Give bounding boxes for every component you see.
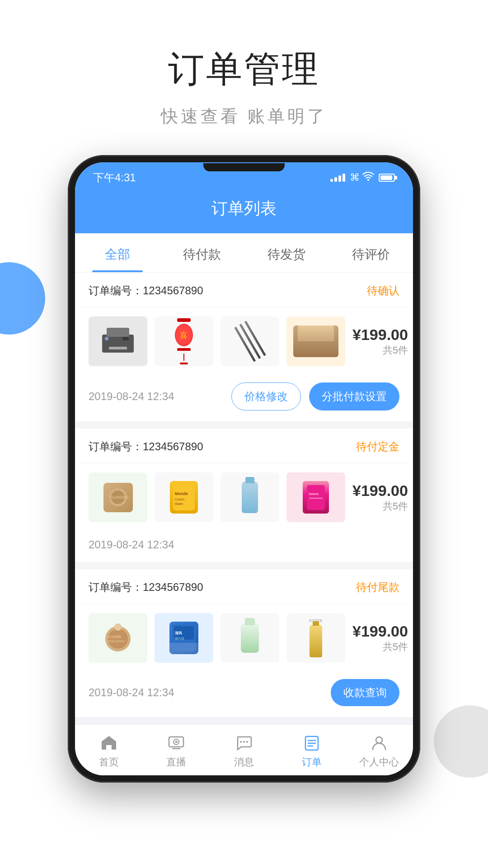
tab-pending-review[interactable]: 待评价 <box>328 233 413 272</box>
batch-payment-button[interactable]: 分批付款设置 <box>309 382 399 410</box>
order-2-price: ¥199.00 共5件 <box>352 482 408 513</box>
app-header: 订单列表 <box>75 189 413 233</box>
order-card-2: 订单编号：1234567890 待付定金 GARDEN <box>75 429 413 562</box>
app-header-title: 订单列表 <box>211 199 277 217</box>
product-image-sunscreen <box>221 472 279 522</box>
order-2-date: 2019-08-24 12:34 <box>89 538 174 551</box>
svg-rect-9 <box>173 484 195 510</box>
svg-text:CRACKERS: CRACKERS <box>107 640 125 643</box>
order-1-number: 订单编号：1234567890 <box>89 283 203 298</box>
order-3-price: ¥199.00 共5件 <box>352 623 408 654</box>
list-icon <box>302 733 322 753</box>
product-image-lotion <box>221 613 279 663</box>
chat-icon <box>234 733 254 753</box>
order-2-header: 订单编号：1234567890 待付定金 <box>75 429 413 463</box>
tab-pending-payment[interactable]: 待付款 <box>160 233 244 272</box>
battery-icon <box>379 174 395 182</box>
order-1-date: 2019-08-24 12:34 <box>89 390 174 403</box>
collection-query-button[interactable]: 收款查询 <box>331 679 399 706</box>
order-2-products: GARDEN Monde Cream Wafer <box>75 463 413 531</box>
svg-rect-15 <box>309 498 323 499</box>
order-3-status: 待付尾款 <box>356 580 399 594</box>
wifi-icon: ⌘ <box>350 172 374 184</box>
product-image-gold: ESTEE <box>286 613 345 663</box>
order-3-header: 订单编号：1234567890 待付尾款 <box>75 569 413 604</box>
svg-text:面巾纸: 面巾纸 <box>175 637 184 640</box>
svg-text:Swisse: Swisse <box>309 492 319 495</box>
bg-circle-left <box>0 262 45 335</box>
product-image-printer <box>89 316 147 366</box>
svg-point-29 <box>243 741 245 743</box>
order-3-products: CLOVER CRACKERS 清风 <box>75 604 413 672</box>
svg-point-35 <box>376 737 382 743</box>
phone-mockup: 下午4:31 ⌘ <box>68 155 420 783</box>
product-image-monde: Monde Cream Wafer <box>155 472 213 522</box>
order-3-footer: 2019-08-24 12:34 收款查询 <box>75 672 413 717</box>
order-3-actions: 收款查询 <box>331 679 399 706</box>
svg-point-4 <box>105 337 108 340</box>
svg-point-28 <box>240 741 242 743</box>
bottom-nav: 首页 直播 <box>75 724 413 775</box>
svg-rect-13 <box>307 485 325 510</box>
product-image-chopsticks <box>221 316 279 366</box>
tab-pending-ship[interactable]: 待发货 <box>244 233 328 272</box>
svg-point-17 <box>108 629 128 649</box>
product-image-festive: 喜 <box>155 316 213 366</box>
svg-text:喜: 喜 <box>179 331 188 340</box>
nav-message[interactable]: 消息 <box>210 725 278 775</box>
page-subtitle: 快速查看 账单明了 <box>161 105 328 128</box>
order-card-1: 订单编号：1234567890 待确认 <box>75 273 413 421</box>
svg-rect-2 <box>109 347 127 349</box>
product-image-pink: Swisse <box>286 472 345 522</box>
svg-text:CLOVER: CLOVER <box>106 635 122 639</box>
order-2-status: 待付定金 <box>356 439 399 454</box>
order-3-date: 2019-08-24 12:34 <box>89 686 174 699</box>
status-icons: ⌘ <box>330 172 395 184</box>
status-time: 下午4:31 <box>93 170 136 185</box>
order-1-products: 喜 <box>75 307 413 375</box>
svg-point-27 <box>175 741 178 743</box>
svg-text:清风: 清风 <box>175 631 182 635</box>
price-modify-button[interactable]: 价格修改 <box>231 382 301 410</box>
nav-profile[interactable]: 个人中心 <box>345 725 413 775</box>
home-icon <box>99 733 119 753</box>
product-image-blue: 清风 面巾纸 <box>155 613 213 663</box>
svg-text:Monde: Monde <box>175 491 188 496</box>
svg-point-20 <box>114 623 122 631</box>
svg-rect-1 <box>107 328 129 337</box>
tabs-bar[interactable]: 全部 待付款 待发货 待评价 <box>75 233 413 273</box>
page-title: 订单管理 <box>161 45 328 94</box>
svg-rect-3 <box>122 337 129 340</box>
order-list: 订单编号：1234567890 待确认 <box>75 273 413 717</box>
order-1-header: 订单编号：1234567890 待确认 <box>75 273 413 307</box>
bg-circle-right <box>434 705 488 778</box>
tv-icon <box>166 733 186 753</box>
person-icon <box>369 733 389 753</box>
tab-all[interactable]: 全部 <box>75 233 160 272</box>
nav-order[interactable]: 订单 <box>278 725 346 775</box>
product-image-cookie: GARDEN <box>89 472 147 522</box>
nav-home[interactable]: 首页 <box>75 725 143 775</box>
svg-text:Wafer: Wafer <box>175 502 183 505</box>
order-1-status: 待确认 <box>367 283 399 298</box>
svg-point-30 <box>246 741 248 743</box>
svg-text:GARDEN: GARDEN <box>111 495 129 500</box>
phone-notch <box>203 163 285 171</box>
order-card-3: 订单编号：1234567890 待付尾款 CLOVER CRACKERS <box>75 569 413 717</box>
product-image-cookie2: CLOVER CRACKERS <box>89 613 147 663</box>
svg-text:Cream: Cream <box>175 498 184 501</box>
product-image-bed <box>286 316 345 366</box>
order-2-footer: 2019-08-24 12:34 <box>75 531 413 562</box>
phone-frame: 下午4:31 ⌘ <box>68 155 420 783</box>
order-3-number: 订单编号：1234567890 <box>89 580 203 594</box>
order-2-number: 订单编号：1234567890 <box>89 439 203 454</box>
nav-live[interactable]: 直播 <box>143 725 211 775</box>
order-1-actions: 价格修改 分批付款设置 <box>231 382 399 410</box>
order-1-footer: 2019-08-24 12:34 价格修改 分批付款设置 <box>75 375 413 421</box>
phone-screen: 下午4:31 ⌘ <box>75 162 413 775</box>
signal-icon <box>330 174 345 182</box>
page-header: 订单管理 快速查看 账单明了 <box>161 0 328 155</box>
order-1-price: ¥199.00 共5件 <box>352 326 408 357</box>
